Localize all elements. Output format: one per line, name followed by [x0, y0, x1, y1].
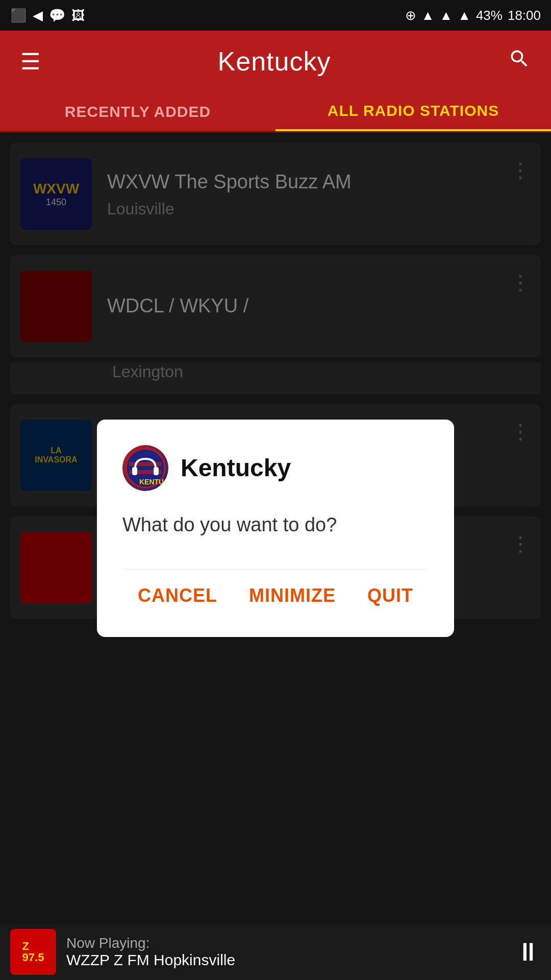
- status-left-icons: ⬛ ◀ 💬 🖼: [10, 8, 85, 23]
- battery-text: 43%: [476, 8, 503, 23]
- svg-text:KENTUCKY: KENTUCKY: [139, 478, 166, 486]
- now-playing-station: WZZP Z FM Hopkinsville: [66, 951, 505, 969]
- tab-all-radio-stations[interactable]: ALL RADIO STATIONS: [276, 92, 551, 131]
- tab-bar: RECENTLY ADDED ALL RADIO STATIONS: [0, 92, 551, 133]
- status-right-icons: ⊕ ▲ ▲ ▲ 43% 18:00: [405, 8, 541, 23]
- page-title: Kentucky: [218, 46, 331, 77]
- quit-button[interactable]: QUIT: [352, 575, 429, 617]
- minimize-button[interactable]: MINIMIZE: [234, 575, 351, 617]
- dialog-actions: CANCEL MINIMIZE QUIT: [122, 569, 429, 617]
- pause-button[interactable]: ⏸: [515, 937, 541, 967]
- search-icon[interactable]: [508, 47, 531, 75]
- time-display: 18:00: [508, 8, 541, 23]
- now-playing-controls: ⏸: [515, 937, 541, 967]
- app-header: ☰ Kentucky: [0, 31, 551, 92]
- signal2-icon: ▲: [458, 8, 471, 23]
- notification-icon: ⬛: [10, 8, 27, 23]
- wifi-icon: ▲: [421, 8, 435, 23]
- dialog-overlay: KENTUCKY Kentucky What do you want to do…: [0, 133, 551, 924]
- circle-plus-icon: ⊕: [405, 8, 416, 23]
- app-icon: KENTUCKY: [122, 445, 168, 491]
- status-bar: ⬛ ◀ 💬 🖼 ⊕ ▲ ▲ ▲ 43% 18:00: [0, 0, 551, 31]
- now-playing-info: Now Playing: WZZP Z FM Hopkinsville: [66, 935, 505, 969]
- tab-recently-added[interactable]: RECENTLY ADDED: [0, 92, 276, 131]
- cancel-button[interactable]: CANCEL: [122, 575, 233, 617]
- signal1-icon: ▲: [439, 8, 453, 23]
- dialog-message: What do you want to do?: [122, 511, 429, 538]
- action-dialog: KENTUCKY Kentucky What do you want to do…: [97, 420, 454, 637]
- now-playing-label: Now Playing:: [66, 935, 505, 951]
- content-area: WXVW 1450 WXVW The Sports Buzz AM Louisv…: [0, 133, 551, 924]
- now-playing-logo: Z97.5: [10, 929, 56, 975]
- svg-rect-3: [132, 467, 137, 475]
- now-playing-bar[interactable]: Z97.5 Now Playing: WZZP Z FM Hopkinsvill…: [0, 924, 551, 980]
- svg-rect-4: [154, 467, 159, 475]
- svg-rect-1: [129, 462, 162, 466]
- menu-icon[interactable]: ☰: [20, 48, 40, 75]
- image-icon: 🖼: [71, 8, 85, 23]
- dialog-title: Kentucky: [181, 454, 291, 482]
- message-icon: 💬: [49, 8, 65, 23]
- dialog-header: KENTUCKY Kentucky: [122, 445, 429, 491]
- back-icon: ◀: [33, 8, 43, 23]
